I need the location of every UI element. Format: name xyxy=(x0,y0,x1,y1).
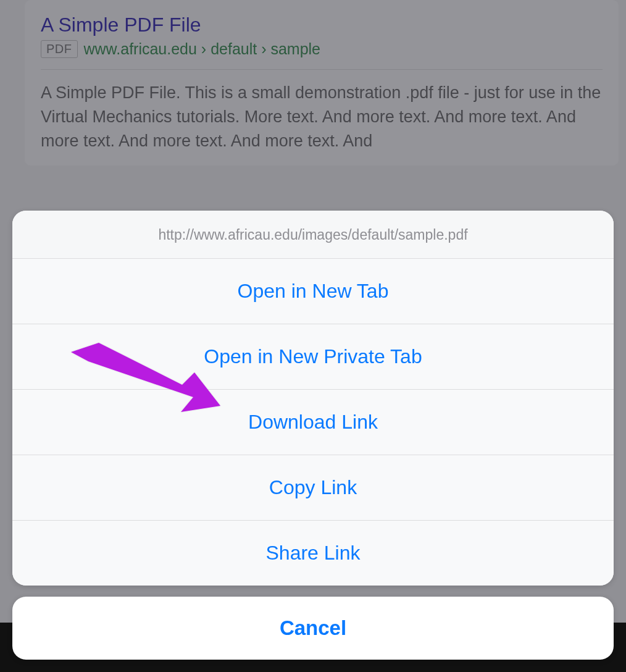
option-download-link[interactable]: Download Link xyxy=(12,390,614,455)
option-open-new-private-tab[interactable]: Open in New Private Tab xyxy=(12,324,614,390)
action-sheet-panel: http://www.africau.edu/images/default/sa… xyxy=(12,211,614,586)
action-sheet-url: http://www.africau.edu/images/default/sa… xyxy=(12,211,614,259)
option-open-new-tab[interactable]: Open in New Tab xyxy=(12,259,614,324)
action-sheet: http://www.africau.edu/images/default/sa… xyxy=(12,211,614,660)
cancel-panel: Cancel xyxy=(12,597,614,660)
cancel-button[interactable]: Cancel xyxy=(12,597,614,660)
option-copy-link[interactable]: Copy Link xyxy=(12,455,614,521)
option-share-link[interactable]: Share Link xyxy=(12,521,614,586)
